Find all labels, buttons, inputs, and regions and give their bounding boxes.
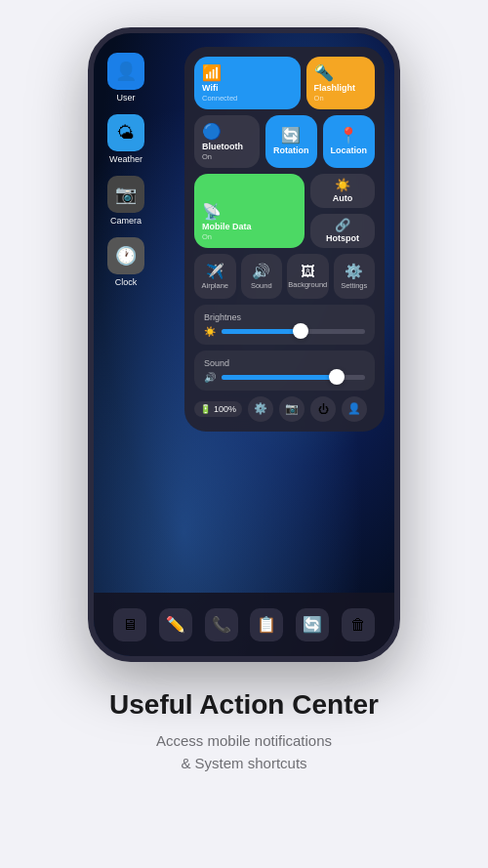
dock-pencil-icon[interactable]: ✏️ — [159, 608, 192, 641]
dock-multitask-icon[interactable]: 🔄 — [296, 608, 329, 641]
app-user[interactable]: 👤 User — [107, 53, 144, 103]
airplane-icon: ✈️ — [206, 263, 224, 280]
sound-slider-label: Sound — [204, 358, 365, 368]
app-icons-column: 👤 User 🌤 Weather 📷 Camera 🕐 Clock — [107, 53, 144, 287]
rotation-icon: 🔄 — [281, 126, 301, 145]
mobile-data-label: Mobile Data — [202, 223, 252, 232]
settings-tile[interactable]: ⚙️ Settings — [334, 254, 376, 299]
status-power-btn[interactable]: ⏻ — [310, 396, 336, 422]
brightness-fill — [222, 329, 301, 334]
control-center-panel: 📶 Wifi Connected 🔦 Flashlight On 🔵 Bluet… — [184, 47, 385, 432]
bluetooth-icon: 🔵 — [202, 122, 222, 141]
brightness-sun-icon: ☀️ — [204, 326, 216, 337]
rotation-tile[interactable]: 🔄 Rotation — [265, 115, 317, 168]
status-settings-btn[interactable]: ⚙️ — [248, 396, 273, 422]
page-title: Useful Action Center — [109, 689, 379, 721]
auto-icon: ☀️ — [335, 178, 350, 192]
settings-icon: ⚙️ — [345, 263, 363, 280]
user-label: User — [116, 93, 135, 103]
phone-shell: 👤 User 🌤 Weather 📷 Camera 🕐 Clock 📶 Wifi… — [88, 27, 400, 662]
rotation-label: Rotation — [273, 146, 309, 156]
background-label: Background — [288, 280, 327, 289]
sound-track[interactable] — [222, 375, 365, 380]
background-tile[interactable]: 🖼 Background — [287, 254, 329, 299]
phone-dock: 🖥 ✏️ 📞 📋 🔄 🗑 — [94, 593, 394, 656]
wifi-tile[interactable]: 📶 Wifi Connected — [194, 57, 301, 109]
mobile-data-sub: On — [202, 232, 212, 241]
brightness-track[interactable] — [222, 329, 365, 334]
dock-finder-icon[interactable]: 🖥 — [113, 608, 146, 641]
cc-row-1: 📶 Wifi Connected 🔦 Flashlight On — [194, 57, 375, 109]
app-weather[interactable]: 🌤 Weather — [107, 114, 144, 164]
cc-row-4: ✈️ Airplane 🔊 Sound 🖼 Background ⚙️ Sett… — [194, 254, 375, 299]
status-user-btn[interactable]: 👤 — [342, 396, 367, 422]
hotspot-tile[interactable]: 🔗 Hotspot — [310, 214, 375, 248]
app-camera[interactable]: 📷 Camera — [107, 176, 144, 226]
weather-icon: 🌤 — [107, 114, 144, 151]
wifi-sub: Connected — [202, 94, 237, 103]
bluetooth-sub: On — [202, 152, 212, 161]
flashlight-sub: On — [314, 94, 324, 103]
sound-icon: 🔊 — [252, 263, 270, 280]
flashlight-icon: 🔦 — [314, 63, 334, 82]
settings-label: Settings — [341, 281, 367, 290]
mobile-data-icon: 📡 — [202, 202, 222, 221]
flashlight-label: Flashlight — [314, 84, 356, 94]
cc-row-2: 🔵 Bluetooth On 🔄 Rotation 📍 Location — [194, 115, 375, 168]
location-tile[interactable]: 📍 Location — [323, 115, 376, 168]
bluetooth-label: Bluetooth — [202, 143, 243, 152]
weather-label: Weather — [109, 154, 142, 164]
auto-label: Auto — [333, 194, 353, 204]
airplane-label: Airplane — [201, 281, 228, 290]
battery-badge: 🔋 100% — [194, 401, 242, 417]
background-icon: 🖼 — [301, 263, 315, 279]
brightness-slider-section: Brightnes ☀️ — [194, 305, 375, 345]
cc-row-3: 📡 Mobile Data On ☀️ Auto 🔗 Hotspot — [194, 174, 375, 248]
mobile-data-tile[interactable]: 📡 Mobile Data On — [194, 174, 305, 248]
camera-label: Camera — [110, 216, 142, 226]
battery-pct: 100% — [214, 404, 236, 414]
clock-icon: 🕐 — [107, 237, 144, 274]
sound-slider-section: Sound 🔊 — [194, 351, 375, 391]
sound-label: Sound — [251, 281, 272, 290]
dock-trash-icon[interactable]: 🗑 — [342, 608, 375, 641]
airplane-tile[interactable]: ✈️ Airplane — [194, 254, 236, 299]
wifi-label: Wifi — [202, 84, 218, 94]
page-heading: Useful Action Center Access mobile notif… — [80, 689, 408, 804]
sound-speaker-icon: 🔊 — [204, 372, 216, 383]
dock-notes-icon[interactable]: 📋 — [250, 608, 283, 641]
page-subtitle: Access mobile notifications& System shor… — [109, 730, 379, 774]
flashlight-tile[interactable]: 🔦 Flashlight On — [306, 57, 375, 109]
camera-icon: 📷 — [107, 176, 144, 213]
cc-status-bar: 🔋 100% ⚙️ 📷 ⏻ 👤 — [194, 396, 375, 422]
brightness-label: Brightnes — [204, 312, 365, 322]
status-camera-btn[interactable]: 📷 — [279, 396, 305, 422]
auto-tile[interactable]: ☀️ Auto — [310, 174, 375, 208]
brightness-thumb[interactable] — [293, 323, 308, 339]
sound-thumb[interactable] — [329, 369, 345, 385]
sound-tile[interactable]: 🔊 Sound — [241, 254, 283, 299]
wifi-icon: 📶 — [202, 63, 222, 82]
clock-label: Clock — [115, 277, 138, 287]
hotspot-label: Hotspot — [326, 234, 359, 244]
user-icon: 👤 — [107, 53, 144, 90]
location-icon: 📍 — [339, 126, 358, 145]
hotspot-icon: 🔗 — [335, 218, 350, 232]
location-label: Location — [331, 146, 368, 156]
app-clock[interactable]: 🕐 Clock — [107, 237, 144, 287]
bluetooth-tile[interactable]: 🔵 Bluetooth On — [194, 115, 260, 168]
sound-fill — [222, 375, 337, 380]
dock-phone-icon[interactable]: 📞 — [205, 608, 238, 641]
battery-icon: 🔋 — [200, 404, 211, 414]
